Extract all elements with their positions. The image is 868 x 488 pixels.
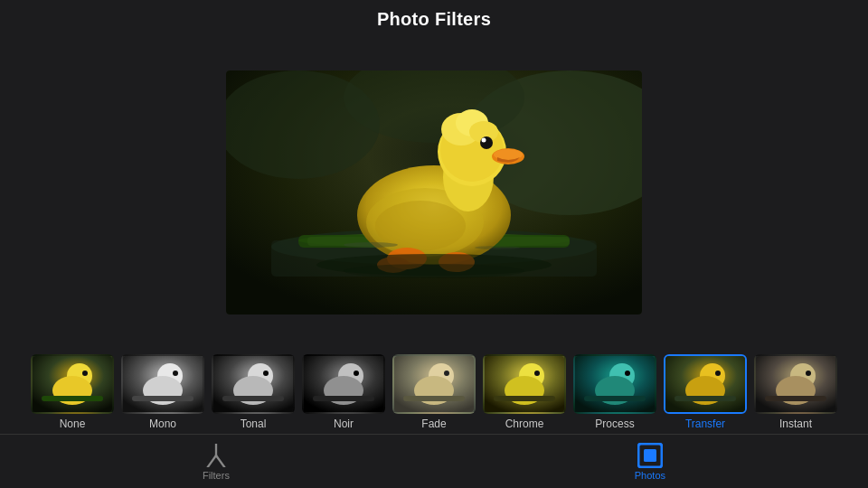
- filter-label-none: None: [60, 418, 86, 430]
- filter-thumb-process: [573, 354, 656, 414]
- filter-item-tonal[interactable]: Tonal: [210, 354, 297, 430]
- svg-point-28: [475, 246, 520, 249]
- filter-label-transfer: Transfer: [685, 418, 725, 430]
- svg-point-38: [173, 371, 178, 376]
- filter-label-tonal: Tonal: [241, 418, 267, 430]
- app: Photo Filters: [0, 0, 868, 488]
- filter-item-none[interactable]: None: [29, 354, 116, 430]
- photos-icon: [637, 443, 663, 468]
- duck-preview-svg: [226, 70, 642, 314]
- filter-duck-tonal: [213, 356, 293, 412]
- filter-duck-chrome: [485, 356, 564, 412]
- filter-duck-instant: [756, 356, 835, 412]
- filter-scroll: None Mono: [18, 354, 850, 430]
- filter-thumb-transfer: [664, 354, 747, 414]
- filter-item-chrome[interactable]: Chrome: [481, 354, 568, 430]
- svg-point-58: [534, 371, 540, 376]
- svg-point-43: [263, 371, 269, 376]
- filter-thumb-mono: [121, 354, 204, 414]
- filter-label-instant: Instant: [779, 418, 812, 430]
- svg-point-48: [354, 371, 359, 376]
- filter-duck-fade: [394, 356, 474, 412]
- filter-item-process[interactable]: Process: [571, 354, 658, 430]
- filter-label-fade: Fade: [421, 418, 446, 430]
- filter-duck-mono: [123, 356, 203, 412]
- svg-rect-47: [313, 396, 374, 401]
- svg-point-27: [344, 242, 398, 248]
- svg-rect-32: [42, 396, 103, 401]
- filter-item-noir[interactable]: Noir: [300, 354, 387, 430]
- filter-label-mono: Mono: [149, 418, 176, 430]
- filter-duck-process: [575, 356, 655, 412]
- toolbar: Filters Photos: [0, 434, 868, 488]
- svg-point-63: [625, 371, 630, 376]
- filter-thumb-chrome: [483, 354, 566, 414]
- page-title: Photo Filters: [0, 9, 868, 30]
- toolbar-photos[interactable]: Photos: [617, 439, 684, 484]
- filter-duck-none: [33, 356, 112, 412]
- filter-thumb-none: [31, 354, 114, 414]
- svg-point-26: [344, 264, 524, 278]
- filter-duck-noir: [304, 356, 383, 412]
- filter-item-transfer[interactable]: Transfer: [662, 354, 749, 430]
- svg-rect-67: [675, 396, 736, 401]
- filter-thumb-fade: [392, 354, 476, 414]
- svg-point-53: [444, 371, 449, 376]
- filter-thumb-tonal: [212, 354, 295, 414]
- svg-rect-42: [222, 396, 284, 401]
- filter-label-chrome: Chrome: [505, 418, 544, 430]
- svg-point-33: [82, 371, 88, 376]
- toolbar-filters[interactable]: Filters: [184, 439, 248, 484]
- toolbar-filters-label: Filters: [203, 470, 230, 481]
- header: Photo Filters: [0, 0, 868, 37]
- svg-line-75: [208, 455, 216, 467]
- filter-label-noir: Noir: [334, 418, 354, 430]
- filter-item-instant[interactable]: Instant: [752, 354, 839, 430]
- svg-point-68: [715, 371, 721, 376]
- preview-image: [226, 70, 642, 314]
- filter-item-mono[interactable]: Mono: [119, 354, 206, 430]
- svg-rect-37: [132, 396, 193, 401]
- filters-icon: [203, 443, 229, 468]
- svg-rect-52: [403, 396, 465, 401]
- filter-duck-transfer: [665, 356, 745, 412]
- svg-rect-72: [765, 396, 826, 401]
- svg-point-18: [480, 136, 493, 149]
- filter-thumb-instant: [754, 354, 837, 414]
- svg-rect-62: [584, 396, 646, 401]
- filter-label-process: Process: [595, 418, 634, 430]
- preview-area: [0, 37, 868, 354]
- svg-rect-57: [494, 396, 555, 401]
- filter-item-fade[interactable]: Fade: [391, 354, 477, 430]
- svg-point-73: [806, 371, 811, 376]
- filter-strip: None Mono: [0, 354, 868, 434]
- svg-line-76: [216, 455, 224, 467]
- toolbar-photos-label: Photos: [635, 470, 665, 481]
- filter-thumb-noir: [302, 354, 385, 414]
- svg-point-19: [482, 137, 486, 142]
- svg-rect-78: [644, 449, 656, 462]
